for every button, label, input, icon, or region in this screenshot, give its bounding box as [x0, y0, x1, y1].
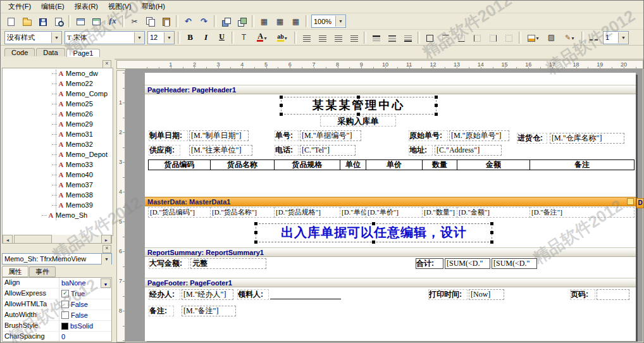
checkbox-icon[interactable] [61, 301, 69, 308]
band-caption-reportsummary[interactable]: ReportSummary: ReportSummary1 [145, 247, 636, 257]
tree-item[interactable]: AMemo_Comp [3, 89, 113, 99]
pagenumber-field-memo[interactable] [597, 289, 629, 300]
font-color-button[interactable]: A [252, 30, 272, 45]
tree-horizontal-scrollbar[interactable] [2, 235, 112, 244]
scroll-right-icon[interactable] [101, 235, 111, 244]
frame-all-button[interactable] [422, 30, 438, 45]
data-field-cell[interactable]: [D."单位"] [340, 207, 366, 218]
label-memo[interactable]: 合计: [416, 258, 443, 269]
checkbox-icon[interactable] [61, 290, 69, 297]
open-report-button[interactable] [19, 14, 35, 29]
menu-file[interactable]: 文件(F) [3, 1, 36, 13]
object-selector-combobox[interactable]: Memo_Sh: TfrxMemoView [2, 253, 112, 265]
menu-report[interactable]: 报表(R) [70, 1, 103, 13]
report-title-memo[interactable]: 某某某管理中心 [281, 97, 437, 115]
property-row-align[interactable]: AlignbaNone [3, 278, 111, 289]
label-memo[interactable]: 单号: [275, 130, 299, 141]
valign-bottom-button[interactable] [400, 30, 416, 45]
tree-item[interactable]: AMemo38 [3, 190, 113, 200]
align-right-button[interactable] [330, 30, 346, 45]
new-report-button[interactable] [3, 14, 19, 29]
sum-field-memo[interactable]: [SUM(<D." [492, 258, 537, 269]
dropdown-arrow-icon[interactable] [571, 34, 574, 41]
ungroup-button[interactable] [234, 14, 250, 29]
field-memo[interactable]: [M."经办人"] [182, 289, 233, 300]
dropdown-arrow-icon[interactable] [284, 34, 287, 41]
sum-field-memo[interactable]: [SUM(<D." [445, 258, 490, 269]
text-style-combobox[interactable]: 没有样式 [4, 31, 62, 44]
column-header-cell[interactable]: 单位 [340, 159, 366, 170]
tab-code[interactable]: Code [4, 48, 35, 56]
property-value[interactable]: False [59, 310, 111, 320]
column-header-cell[interactable]: 货品编码 [148, 159, 211, 170]
data-field-cell[interactable]: [D."单价"] [366, 207, 423, 218]
selection-handle[interactable] [435, 104, 438, 107]
preview-button[interactable] [51, 14, 66, 29]
copy-button[interactable] [142, 14, 158, 29]
field-memo[interactable]: [M."往来单位"] [189, 145, 252, 156]
property-row-brushstyle[interactable]: BrushStylebsSolid [3, 321, 111, 332]
field-memo[interactable]: [M."制单日期"] [189, 130, 249, 141]
band-tab-masterdata[interactable]: D [636, 198, 644, 208]
tree-item[interactable]: AMemo_Depot [3, 149, 113, 159]
close-icon[interactable] [102, 245, 111, 253]
report-page[interactable]: PageHeader: PageHeader1 某某某管理中心 采购入库单 制单… [145, 73, 636, 341]
italic-button[interactable]: I [198, 30, 214, 45]
paste-button[interactable] [158, 14, 174, 29]
tree-item[interactable]: AMemo33 [3, 159, 113, 170]
tab-events[interactable]: 事件 [29, 266, 56, 277]
underline-button[interactable]: U [214, 30, 230, 45]
field-memo[interactable]: [M."单据编号"] [300, 130, 361, 141]
property-row-autowidth[interactable]: AutoWidthFalse [3, 310, 111, 321]
tree-item[interactable]: AMemo29 [3, 119, 113, 129]
zoom-combobox[interactable]: 100% [311, 15, 346, 28]
banner-memo[interactable]: 出入库单据可以任意编辑，设计 [256, 223, 492, 242]
property-value[interactable]: False [59, 299, 111, 309]
band-caption-masterdata[interactable]: MasterData: MasterData1 [145, 197, 636, 206]
dropdown-arrow-icon[interactable] [535, 34, 538, 41]
selection-handle[interactable] [357, 96, 360, 99]
column-header-cell[interactable]: 金额 [457, 159, 530, 170]
label-memo[interactable]: 大写金额: [149, 258, 189, 269]
data-field-cell[interactable]: [D."货品名称"] [211, 207, 275, 218]
property-value[interactable]: 0 [59, 332, 111, 342]
property-value[interactable]: baNone [59, 278, 111, 288]
property-row-charspacing[interactable]: CharSpacing0 [3, 332, 111, 342]
label-memo[interactable]: 原始单号: [409, 130, 448, 141]
dropdown-arrow-icon[interactable] [335, 16, 345, 27]
selection-handle[interactable] [435, 96, 438, 99]
valign-top-button[interactable] [368, 30, 384, 45]
align-justify-button[interactable] [346, 30, 362, 45]
amount-field-memo[interactable]: 元整 [190, 258, 266, 269]
align-left-button[interactable] [299, 30, 314, 45]
label-memo[interactable]: 电话: [275, 145, 299, 156]
label-memo[interactable]: 地址: [409, 145, 433, 156]
selection-handle[interactable] [357, 113, 360, 116]
band-caption-pageheader[interactable]: PageHeader: PageHeader1 [145, 85, 636, 94]
design-canvas[interactable]: PageHeader: PageHeader1 某某某管理中心 采购入库单 制单… [125, 69, 643, 342]
label-memo[interactable]: 经办人: [149, 289, 180, 300]
dropdown-arrow-icon[interactable] [618, 32, 628, 43]
data-field-cell[interactable]: [D."金额"] [457, 207, 530, 218]
label-memo[interactable]: 领料人: [237, 289, 269, 300]
group-button[interactable] [218, 14, 234, 29]
column-header-cell[interactable]: 货品名称 [211, 159, 275, 170]
selection-handle[interactable] [254, 231, 257, 234]
menu-edit[interactable]: 编辑(E) [36, 1, 70, 13]
selection-handle[interactable] [254, 222, 257, 225]
selection-handle[interactable] [372, 222, 375, 225]
tree-item[interactable]: AMemo40 [3, 170, 113, 180]
scroll-thumb[interactable] [14, 235, 52, 244]
column-header-cell[interactable]: 货品规格 [275, 159, 340, 170]
menu-help[interactable]: 帮助(H) [137, 1, 170, 13]
column-header-cell[interactable]: 数量 [423, 159, 457, 170]
data-field-cell[interactable]: [D."数量"] [423, 207, 457, 218]
column-header-cell[interactable]: 备注 [530, 159, 635, 170]
new-report-page-button[interactable] [73, 14, 89, 29]
dropdown-arrow-icon[interactable] [134, 32, 144, 43]
data-field-cell[interactable]: [D."货品编码"] [148, 207, 211, 218]
new-dialog-page-button[interactable] [89, 14, 104, 29]
tree-item[interactable]: AMemo31 [3, 129, 113, 139]
frame-top-button[interactable] [438, 30, 454, 45]
property-row-allowhtmlta[interactable]: AllowHTMLTaFalse [3, 299, 111, 310]
